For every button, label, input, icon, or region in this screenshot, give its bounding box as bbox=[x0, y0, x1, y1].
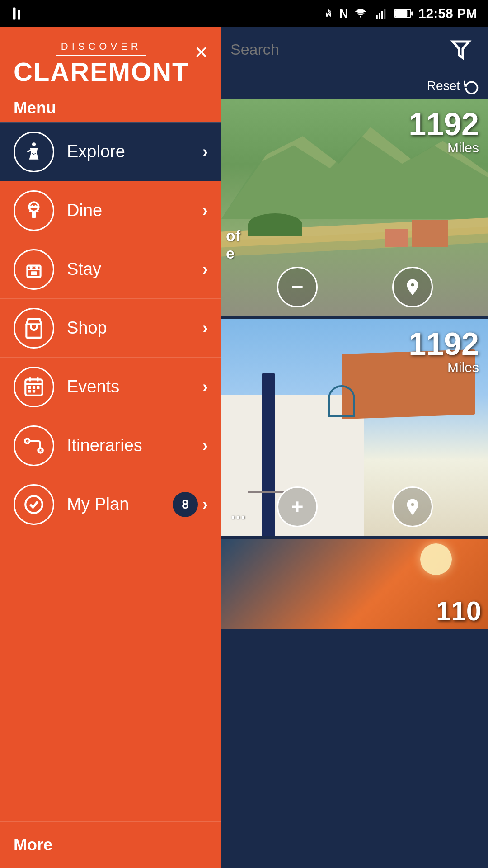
card-2[interactable]: 1192 Miles ... bbox=[221, 319, 488, 536]
card-3-distance-partial: 110 bbox=[436, 598, 481, 625]
svg-rect-3 bbox=[376, 15, 378, 19]
sidebar-header: DISCOVER CLAREMONT × bbox=[0, 27, 221, 94]
card-2-actions bbox=[221, 486, 488, 527]
svg-rect-25 bbox=[37, 386, 39, 388]
myplan-chevron: › bbox=[202, 495, 208, 514]
svg-marker-33 bbox=[453, 42, 469, 58]
shop-label: Shop bbox=[67, 318, 202, 338]
svg-point-10 bbox=[32, 142, 36, 146]
nfc-icon: N bbox=[339, 7, 348, 21]
discover-line bbox=[56, 55, 146, 56]
myplan-badge: 8 bbox=[173, 492, 198, 517]
shop-icon bbox=[14, 308, 54, 349]
card-2-plus-button[interactable] bbox=[277, 486, 318, 527]
card-1-minus-button[interactable] bbox=[277, 267, 318, 307]
explore-chevron: › bbox=[202, 142, 208, 161]
sidebar-item-itineraries[interactable]: A B Itineraries › bbox=[0, 416, 221, 475]
bluetooth-icon bbox=[322, 5, 335, 22]
sidebar-item-shop[interactable]: Shop › bbox=[0, 298, 221, 357]
card-1-distance-num: 1192 bbox=[408, 108, 479, 140]
minus-icon bbox=[288, 278, 306, 296]
more-label: More bbox=[14, 835, 52, 854]
svg-rect-8 bbox=[395, 10, 407, 17]
plus-icon bbox=[288, 498, 306, 516]
svg-line-11 bbox=[27, 150, 31, 151]
reset-icon bbox=[464, 78, 479, 94]
card-3-partial[interactable]: 110 bbox=[221, 539, 488, 629]
search-input-wrap bbox=[230, 41, 443, 58]
card-1-actions bbox=[221, 267, 488, 307]
svg-rect-17 bbox=[31, 271, 37, 275]
explore-label: Explore bbox=[67, 142, 202, 161]
svg-text:B: B bbox=[39, 448, 42, 452]
dine-icon bbox=[14, 190, 54, 231]
card-2-distance-num: 1192 bbox=[408, 328, 479, 360]
myplan-icon bbox=[14, 484, 54, 525]
sidebar-footer: More bbox=[0, 821, 221, 868]
reset-bar: Reset bbox=[221, 72, 488, 99]
card-1-partial-text: ofe bbox=[226, 227, 240, 262]
itineraries-icon: A B bbox=[14, 425, 54, 466]
location-pin-icon-2 bbox=[404, 498, 422, 516]
claremont-label: CLAREMONT bbox=[14, 59, 189, 85]
logo-area: DISCOVER CLAREMONT bbox=[14, 41, 189, 85]
svg-rect-6 bbox=[384, 9, 386, 19]
sidebar-item-myplan[interactable]: My Plan 8 › bbox=[0, 475, 221, 533]
sidebar-item-dine[interactable]: Dine › bbox=[0, 181, 221, 240]
cards-container: 1192 Miles ofe bbox=[221, 99, 488, 868]
svg-point-15 bbox=[30, 266, 33, 269]
battery-icon bbox=[394, 7, 414, 20]
sidebar-item-stay[interactable]: Stay › bbox=[0, 240, 221, 298]
events-label: Events bbox=[67, 377, 202, 396]
wifi-icon bbox=[352, 7, 369, 20]
svg-rect-0 bbox=[13, 8, 16, 20]
svg-text:A: A bbox=[25, 438, 28, 443]
filter-button[interactable] bbox=[443, 32, 479, 68]
signal-icon bbox=[373, 7, 389, 20]
menu-items: Explore › Dine › bbox=[0, 122, 221, 821]
svg-rect-5 bbox=[381, 11, 383, 19]
svg-rect-13 bbox=[32, 212, 36, 218]
status-time: 12:58 PM bbox=[418, 6, 477, 21]
bottom-nav: Map bbox=[443, 823, 488, 868]
events-icon bbox=[14, 367, 54, 407]
app-container: DISCOVER CLAREMONT × Menu Explore bbox=[0, 27, 488, 868]
menu-label: Menu bbox=[0, 94, 221, 122]
status-bar-right: N 12:58 PM bbox=[322, 5, 477, 22]
filter-icon bbox=[450, 39, 472, 61]
card-1-distance-unit: Miles bbox=[408, 140, 479, 156]
stay-chevron: › bbox=[202, 260, 208, 279]
svg-rect-24 bbox=[33, 386, 35, 388]
sidebar-item-explore[interactable]: Explore › bbox=[0, 122, 221, 181]
search-input[interactable] bbox=[230, 41, 443, 58]
card-2-location-button[interactable] bbox=[392, 486, 433, 527]
svg-rect-9 bbox=[411, 12, 413, 16]
location-pin-icon bbox=[404, 278, 422, 296]
discover-label: DISCOVER bbox=[61, 41, 142, 52]
myplan-label: My Plan bbox=[67, 495, 173, 514]
svg-point-16 bbox=[35, 266, 38, 269]
stay-label: Stay bbox=[67, 259, 202, 279]
card-1[interactable]: 1192 Miles ofe bbox=[221, 99, 488, 316]
search-bar bbox=[221, 27, 488, 72]
events-chevron: › bbox=[202, 377, 208, 396]
status-bar: N 12:58 PM bbox=[0, 0, 488, 27]
svg-rect-23 bbox=[28, 386, 31, 388]
dine-chevron: › bbox=[202, 201, 208, 220]
svg-point-2 bbox=[360, 16, 361, 18]
dine-label: Dine bbox=[67, 201, 202, 220]
card-2-distance-unit: Miles bbox=[408, 360, 479, 375]
svg-rect-1 bbox=[18, 10, 20, 20]
card-1-location-button[interactable] bbox=[392, 267, 433, 307]
stay-icon bbox=[14, 249, 54, 290]
hiker-icon bbox=[14, 132, 54, 172]
svg-rect-4 bbox=[379, 13, 380, 19]
card-1-distance: 1192 Miles bbox=[408, 108, 479, 156]
sidebar-item-events[interactable]: Events › bbox=[0, 357, 221, 416]
right-panel: Reset bbox=[221, 27, 488, 868]
reset-button[interactable]: Reset bbox=[427, 78, 479, 94]
itineraries-chevron: › bbox=[202, 436, 208, 455]
close-button[interactable]: × bbox=[195, 41, 208, 63]
sidebar: DISCOVER CLAREMONT × Menu Explore bbox=[0, 27, 221, 868]
card-2-distance: 1192 Miles bbox=[408, 328, 479, 375]
